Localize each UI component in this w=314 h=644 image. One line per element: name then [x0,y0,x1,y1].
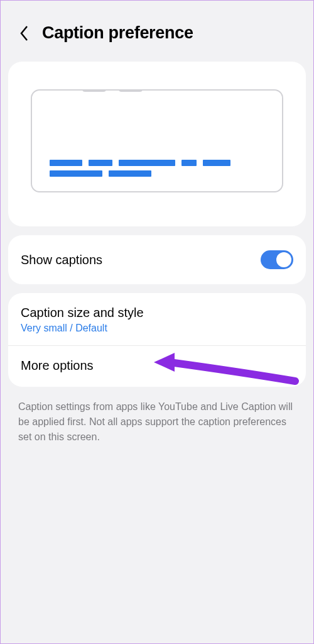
show-captions-label: Show captions [21,253,102,267]
options-group: Caption size and style Very small / Defa… [8,293,306,387]
show-captions-row[interactable]: Show captions [8,235,306,284]
footer-description: Caption settings from apps like YouTube … [1,392,313,452]
caption-size-style-subtitle: Very small / Default [21,323,293,334]
caption-size-style-row[interactable]: Caption size and style Very small / Defa… [8,293,306,346]
show-captions-toggle[interactable] [261,250,293,269]
more-options-title: More options [21,358,293,373]
header: Caption preference [1,1,313,55]
more-options-row[interactable]: More options [8,346,306,387]
page-title: Caption preference [42,23,193,43]
caption-preview-card [8,62,306,226]
phone-preview-frame [31,89,283,192]
caption-preview-lines [50,160,264,181]
caption-size-style-title: Caption size and style [21,306,293,320]
back-icon[interactable] [18,27,31,40]
